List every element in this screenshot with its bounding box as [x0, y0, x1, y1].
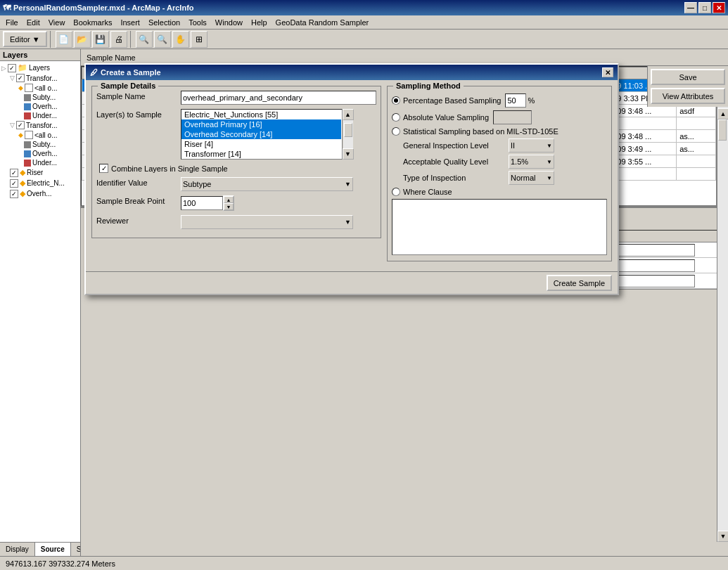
cell-comment: as... [677, 130, 716, 143]
menu-tools[interactable]: Tools [184, 17, 211, 28]
transform2-checkbox[interactable]: ✓ [16, 121, 25, 129]
menu-file[interactable]: File [1, 17, 23, 28]
listbox-item-4[interactable]: Transformer [14] [181, 149, 341, 159]
identifier-value-arrow: ▼ [342, 181, 351, 188]
general-inspection-select[interactable]: II ▼ [509, 138, 554, 153]
menu-bookmarks[interactable]: Bookmarks [69, 17, 116, 28]
tree-item-all2[interactable]: ◆ <all o... [1, 130, 79, 140]
tree-item-subtype1[interactable]: Subty... [1, 93, 79, 102]
tree-item-electric[interactable]: ✓ ◆ Electric_N... [1, 178, 79, 188]
tab-s[interactable]: S [71, 543, 81, 556]
layers-label: Layers [29, 64, 50, 72]
statistical-radio[interactable] [392, 127, 400, 136]
app-icon: 🗺 [3, 4, 11, 12]
tree-item-transform1[interactable]: ▽ ✓ Transfor... [1, 73, 79, 83]
menu-window[interactable]: Window [211, 17, 247, 28]
tree-item-under1[interactable]: Under... [1, 111, 79, 120]
view-attributes-button[interactable]: View Attributes [651, 88, 725, 104]
listbox-item-1[interactable]: Overhead Primary [16] [181, 119, 341, 129]
editor-dropdown[interactable]: Editor ▼ [3, 31, 47, 47]
type-inspection-select[interactable]: Normal ▼ [509, 171, 554, 185]
tree-item-overh2[interactable]: Overh... [1, 149, 79, 158]
sample-break-point-group: Sample Break Point ▲ ▼ [96, 195, 376, 211]
main-scroll-down[interactable]: ▼ [717, 531, 728, 542]
identifier-value-select[interactable]: Subtype ▼ [181, 177, 353, 191]
menu-insert[interactable]: Insert [116, 17, 144, 28]
tree-item-riser[interactable]: ✓ ◆ Riser [1, 167, 79, 178]
tab-display[interactable]: Display [0, 543, 35, 556]
tree-item-overhead[interactable]: ✓ ◆ Overh... [1, 188, 79, 199]
save-button[interactable]: Save [651, 69, 725, 85]
percentage-input[interactable] [505, 93, 526, 108]
combine-layers-checkbox[interactable]: ✓ [99, 164, 108, 173]
menu-geodata[interactable]: GeoData Random Sampler [272, 17, 373, 28]
where-clause-textarea[interactable] [392, 199, 607, 255]
open-button[interactable]: 📂 [74, 31, 91, 48]
main-scroll-up[interactable]: ▲ [717, 108, 728, 119]
tree-item-under2[interactable]: Under... [1, 158, 79, 167]
tree-item-layers[interactable]: ▷ ✓ 📁 Layers [1, 63, 79, 73]
maximize-button[interactable]: □ [698, 2, 711, 13]
acceptable-quality-value: 1.5% [511, 157, 528, 166]
layers-header: Layers [0, 49, 80, 61]
dialog-sampling-method: Sampling Method Percentage Based Samplin… [387, 86, 612, 266]
break-point-spinner: ▲ ▼ [181, 195, 234, 211]
sample-details-section: Sample Details Sample Name Layer(s) to S… [91, 86, 381, 238]
full-extent-button[interactable]: ⊞ [191, 31, 207, 48]
tree-item-subtype2[interactable]: Subty... [1, 140, 79, 149]
tree-item-overh1[interactable]: Overh... [1, 102, 79, 111]
toolbar-separator-2 [130, 31, 133, 48]
menu-view[interactable]: View [44, 17, 70, 28]
listbox-scroll-thumb[interactable] [344, 123, 352, 137]
dialog-close-button[interactable]: ✕ [602, 67, 613, 77]
where-clause-radio[interactable] [392, 188, 400, 196]
listbox-item-3[interactable]: Riser [4] [181, 139, 341, 149]
sampling-method-title: Sampling Method [393, 82, 464, 90]
general-inspection-row: General Inspection Level II ▼ [403, 138, 607, 153]
listbox-item-0[interactable]: Electric_Net_Junctions [55] [181, 110, 341, 119]
all2-checkbox[interactable] [25, 131, 33, 139]
layers-checkbox[interactable]: ✓ [8, 64, 16, 72]
transform1-checkbox[interactable]: ✓ [16, 74, 25, 82]
listbox-scrollbar[interactable]: ▲ ▼ [342, 109, 353, 160]
tree-item-all1[interactable]: ◆ <all o... [1, 83, 79, 93]
create-sample-button[interactable]: Create Sample [547, 275, 612, 291]
main-scroll-thumb[interactable] [718, 119, 727, 141]
percentage-radio[interactable] [392, 96, 400, 105]
break-point-input[interactable] [181, 196, 223, 210]
close-button[interactable]: ✕ [713, 2, 725, 13]
electric-checkbox[interactable]: ✓ [10, 179, 18, 188]
sample-name-input[interactable] [181, 91, 376, 105]
all1-checkbox[interactable] [25, 84, 33, 92]
print-button[interactable]: 🖨 [110, 31, 127, 48]
tab-source[interactable]: Source [35, 543, 71, 556]
listbox-scroll-down[interactable]: ▼ [343, 148, 354, 160]
statistical-radio-row: Statistical Sampling based on MIL-STD-10… [392, 127, 607, 136]
listbox-item-2[interactable]: Overhead Secondary [14] [181, 129, 341, 139]
reviewer-select[interactable]: ▼ [181, 215, 353, 229]
listbox-scroll-up[interactable]: ▲ [343, 109, 354, 120]
menu-edit[interactable]: Edit [23, 17, 44, 28]
save-toolbar-button[interactable]: 💾 [92, 31, 109, 48]
dialog-title-bar: 🖊 Create a Sample ✕ [86, 65, 618, 80]
identifier-value-group: Identifier Value Subtype ▼ [96, 177, 376, 191]
menu-help[interactable]: Help [247, 17, 272, 28]
overhead-checkbox[interactable]: ✓ [10, 190, 18, 198]
title-bar: 🗺 PersonalRandomSampler.mxd - ArcMap - A… [0, 0, 728, 15]
under1-label: Under... [32, 112, 57, 119]
menu-selection[interactable]: Selection [144, 17, 184, 28]
spin-down-button[interactable]: ▼ [224, 203, 234, 210]
absolute-radio[interactable] [392, 113, 400, 122]
riser-checkbox[interactable]: ✓ [10, 169, 18, 177]
spin-up-button[interactable]: ▲ [224, 196, 234, 203]
pan-button[interactable]: ✋ [172, 31, 189, 48]
layers-listbox[interactable]: Electric_Net_Junctions [55] Overhead Pri… [181, 109, 353, 160]
main-scrollbar-v[interactable]: ▲ ▼ [717, 108, 728, 542]
absolute-input [493, 110, 532, 124]
zoom-out-button[interactable]: 🔍 [154, 31, 171, 48]
new-button[interactable]: 📄 [56, 31, 72, 48]
tree-item-transform2[interactable]: ▽ ✓ Transfor... [1, 120, 79, 130]
acceptable-quality-select[interactable]: 1.5% ▼ [509, 155, 554, 169]
minimize-button[interactable]: — [684, 2, 697, 13]
zoom-in-button[interactable]: 🔍 [136, 31, 153, 48]
